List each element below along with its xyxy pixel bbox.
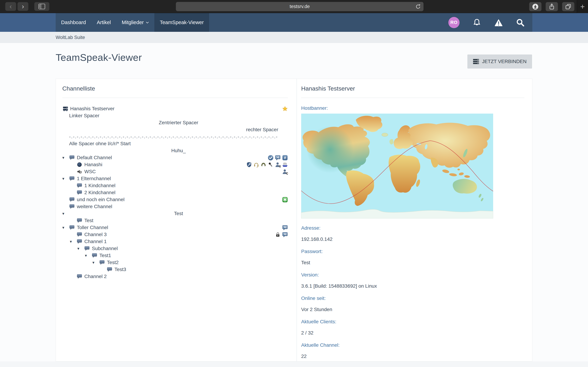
- spacer-row: -.-.-.-.-.-.-.-.-.-.-.-.-.-.-.-.-.-.-.-.…: [62, 133, 288, 140]
- channel-row: ▾Test2: [62, 259, 288, 266]
- row-label: Hanashi: [84, 162, 102, 167]
- spacer-row: rechter Spacer: [62, 126, 288, 133]
- new-tab-button[interactable]: +: [577, 0, 588, 13]
- collapse-arrow-icon: ▾: [92, 260, 99, 265]
- collapse-arrow-icon: ▾: [70, 239, 77, 244]
- row-label: Test1: [99, 253, 111, 258]
- moderation-warning-icon[interactable]: [494, 18, 503, 27]
- breadcrumb-woltlab-suite[interactable]: WoltLab Suite: [56, 35, 85, 40]
- adresse-value: 192.168.0.142: [301, 237, 524, 242]
- row-label: Zentrierter Spacer: [69, 120, 288, 125]
- page-title: TeamSpeak-Viewer: [56, 52, 142, 63]
- speech-bubble-icon: [77, 232, 82, 237]
- svg-text:M: M: [276, 155, 279, 159]
- reload-icon[interactable]: [415, 4, 421, 10]
- passwort-label: Passwort:: [301, 249, 524, 254]
- row-badges: [282, 106, 288, 112]
- notifications-bell-icon[interactable]: [473, 18, 481, 27]
- aktuelle-clients-value: 2 / 32: [301, 330, 524, 335]
- client-icon: [77, 162, 82, 167]
- nav-item-mitglieder[interactable]: Mitglieder: [116, 13, 154, 32]
- speech-bubble-icon: [69, 204, 75, 209]
- version-value: 3.6.1 [Build: 1548833692] on Linux: [301, 284, 524, 289]
- speech-bubble-icon: [77, 218, 82, 223]
- hostbanner-map: [301, 114, 493, 218]
- channel-tree: Hanashis TestserverLinker SpacerZentrier…: [62, 105, 288, 280]
- collapse-arrow-icon: ▾: [62, 176, 69, 181]
- headset-badge: [253, 162, 259, 167]
- nav-item-artikel[interactable]: Artikel: [91, 13, 116, 32]
- online-seit-label: Online seit:: [301, 296, 524, 301]
- channel-list-title: Channelliste: [62, 84, 288, 93]
- row-label: Test3: [114, 267, 126, 272]
- speech-bubble-icon: [69, 225, 75, 230]
- spacer-row: Alle Spacer ohne l/c/r/* Start: [62, 140, 288, 147]
- channel-list-panel: Channelliste Hanashis TestserverLinker S…: [56, 79, 297, 361]
- spacer-row: Huhu_: [62, 147, 288, 154]
- speech-bubble-icon: [92, 253, 97, 258]
- row-label: 1 Kindchannel: [84, 183, 115, 188]
- row-label: Hanashis Testserver: [70, 106, 114, 111]
- row-label: Channel 2: [84, 274, 107, 279]
- downloads-button[interactable]: [529, 2, 541, 11]
- row-label: WSC: [84, 169, 96, 175]
- channel-row: 1 Kindchannel: [62, 182, 288, 189]
- divider: [301, 98, 524, 98]
- connect-now-button[interactable]: JETZT VERBINDEN: [467, 55, 532, 68]
- channel-row: ▾Default ChannelM#: [62, 154, 288, 161]
- favorite-star-icon: [282, 106, 288, 112]
- row-label: Channel 1: [84, 239, 107, 244]
- speech-bubble-icon: [77, 183, 82, 188]
- spacer-row: Zentrierter Spacer: [62, 119, 288, 126]
- speech-bubble-icon: [77, 274, 82, 279]
- search-icon[interactable]: [516, 18, 525, 27]
- url-text: testsrv.de: [290, 4, 310, 9]
- muted-speaker-icon: [77, 169, 82, 175]
- user-avatar[interactable]: RO: [448, 17, 459, 28]
- row-badges: M: [282, 225, 288, 231]
- nav-item-teamspeak-viewer[interactable]: TeamSpeak-Viewer: [154, 13, 209, 32]
- nav-item-dashboard[interactable]: Dashboard: [56, 13, 91, 32]
- ship-badge: [282, 162, 288, 167]
- browser-forward-button[interactable]: ›: [17, 2, 28, 11]
- collapse-arrow-icon: ▾: [62, 225, 69, 230]
- page-footer-strip: [0, 361, 588, 367]
- svg-text:M: M: [283, 225, 287, 229]
- client-row: HanashiS: [62, 161, 288, 168]
- speech-bubble-icon: [77, 239, 82, 244]
- row-badges: [282, 197, 288, 202]
- speech-bubble-icon: [69, 176, 75, 181]
- moderator-m-badge: M: [282, 232, 288, 237]
- row-label: Test: [84, 218, 93, 223]
- helmet-badge: [260, 162, 266, 167]
- browser-back-button[interactable]: ‹: [5, 2, 16, 11]
- wrench-shield-badge: [246, 162, 252, 167]
- hash-badge: #: [282, 155, 288, 161]
- lock-badge: [275, 232, 281, 237]
- online-seit-value: Vor 2 Stunden: [301, 307, 524, 312]
- speech-bubble-icon: [84, 246, 90, 251]
- breadcrumb: WoltLab Suite: [0, 32, 588, 43]
- asterisk-green-badge: [282, 197, 288, 202]
- server-info-panel: Hanashis Testserver Hostbanner:: [297, 79, 532, 361]
- row-label: Huhu_: [69, 148, 288, 153]
- share-icon[interactable]: [546, 2, 558, 11]
- row-label: Alle Spacer ohne l/c/r/* Start: [69, 141, 131, 146]
- row-label: Linker Spacer: [69, 113, 99, 118]
- channel-row: Channel 3M: [62, 231, 288, 238]
- collapse-arrow-icon: ▾: [62, 155, 69, 160]
- spacer-row: Linker Spacer: [62, 112, 288, 119]
- row-label: Test2: [107, 260, 119, 265]
- svg-text:M: M: [283, 232, 287, 236]
- speech-bubble-icon: [99, 260, 105, 265]
- channel-row: ▾Toller ChannelM: [62, 224, 288, 231]
- address-bar[interactable]: testsrv.de: [176, 2, 424, 11]
- channel-row: weitere Channel: [62, 203, 288, 210]
- row-badges: S: [246, 162, 288, 167]
- sidebar-toggle-icon[interactable]: [34, 2, 49, 11]
- speech-bubble-icon: [77, 190, 82, 195]
- tab-overview-icon[interactable]: [562, 2, 574, 11]
- person-q-badge: Q: [282, 169, 288, 175]
- row-label: 2 Kindchannel: [84, 190, 115, 195]
- main-content: TeamSpeak-Viewer JETZT VERBINDEN Channel…: [0, 43, 588, 361]
